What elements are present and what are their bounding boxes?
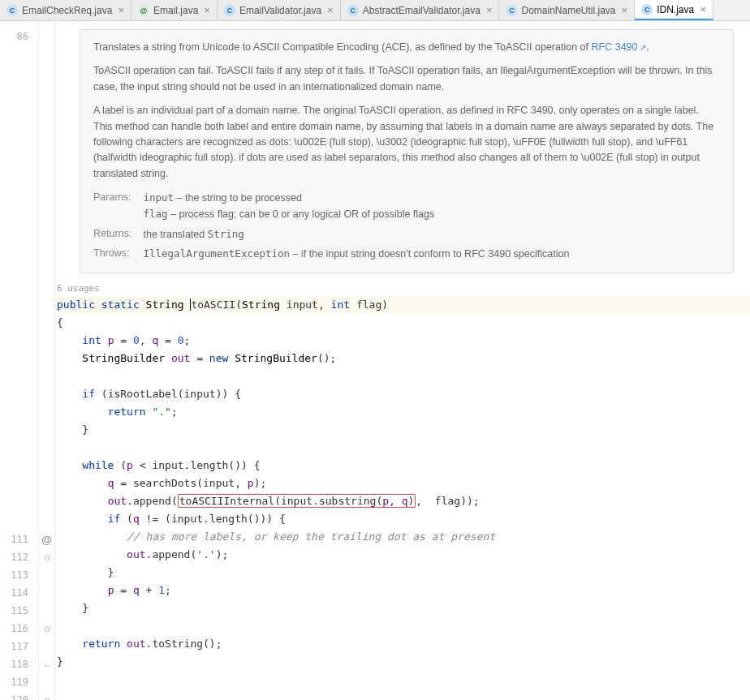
line-number (0, 391, 38, 409)
line-number (0, 409, 38, 427)
tab-label: IDN.java (657, 4, 694, 15)
tab-email[interactable]: @Email.java× (131, 0, 218, 20)
code-line-122[interactable]: out.append(toASCIIInternal(input.substri… (55, 492, 750, 510)
code-line-120[interactable]: while (p < input.length()) { (55, 457, 750, 475)
editor-area: 8611111211311411511611711811912012112212… (0, 21, 750, 700)
rfc-link[interactable]: RFC 3490 (592, 41, 647, 53)
close-icon[interactable]: × (486, 4, 493, 16)
params-label: Params: (93, 190, 140, 205)
code-line-119[interactable] (55, 439, 750, 457)
line-number (0, 462, 38, 480)
line-number: 112 (0, 548, 38, 566)
line-number: 111 (0, 530, 38, 548)
java-file-icon: C (641, 4, 653, 15)
close-icon[interactable]: × (327, 4, 334, 16)
line-number: 117 (0, 638, 38, 655)
line-number (0, 320, 38, 337)
code-line-112[interactable]: { (55, 314, 750, 332)
editor-tabs: CEmailCheckReq.java×@Email.java×CEmailVa… (0, 0, 750, 21)
javadoc-popup: Translates a string from Unicode to ASCI… (80, 29, 734, 273)
line-number (0, 427, 38, 444)
tab-label: AbstractEmailValidator.java (363, 5, 481, 16)
code-line-127[interactable]: p = q + 1; (55, 582, 750, 599)
line-number (0, 498, 38, 516)
highlighted-call: toASCIIInternal(input.substring(p, q) (178, 494, 416, 508)
gutter-markers: @⊖⊖⌙⊖⊖⌙⌙⌙ (39, 21, 55, 700)
line-number: 116 (0, 620, 38, 638)
code-line-129[interactable] (55, 617, 750, 635)
line-number: 113 (0, 566, 38, 584)
tab-abstractemailvalidator[interactable]: CAbstractEmailValidator.java× (341, 0, 500, 20)
fold-icon[interactable]: ⊖ (44, 696, 50, 701)
tab-label: DomainNameUtil.java (521, 5, 615, 16)
code-line-125[interactable]: out.append('.'); (55, 546, 750, 564)
code-line-116[interactable]: if (isRootLabel(input)) { (55, 385, 750, 403)
line-number: 115 (0, 602, 38, 620)
exception-link[interactable]: IllegalArgumentException (143, 247, 290, 260)
close-icon[interactable]: × (118, 4, 124, 16)
java-file-icon: C (506, 5, 517, 16)
java-file-icon: @ (138, 5, 149, 16)
line-number-gutter: 8611111211311411511611711811912012112212… (0, 21, 39, 700)
code-line-124[interactable]: // has more labels, or keep the trailing… (55, 528, 750, 546)
tab-label: EmailValidator.java (239, 5, 321, 16)
code-content[interactable]: Translates a string from Unicode to ASCI… (55, 21, 750, 700)
line-number: 119 (0, 673, 38, 691)
line-number (0, 516, 38, 530)
line-number: 118 (0, 655, 38, 673)
line-number: 86 (0, 28, 38, 284)
code-line-128[interactable]: } (55, 599, 750, 617)
line-number (0, 355, 38, 373)
returns-label: Returns: (93, 226, 140, 242)
line-number (0, 480, 38, 498)
java-file-icon: C (6, 5, 18, 16)
code-line-115[interactable] (55, 367, 750, 385)
code-line-113[interactable]: int p = 0, q = 0; (55, 332, 750, 350)
java-file-icon: C (224, 5, 235, 16)
line-number: 120 (0, 691, 38, 700)
throws-label: Throws: (93, 246, 140, 261)
line-number: 114 (0, 584, 38, 602)
code-line-118[interactable]: } (55, 421, 750, 439)
code-line-131[interactable]: } (55, 653, 750, 671)
code-line-126[interactable]: } (55, 564, 750, 582)
line-number (0, 444, 38, 462)
line-number (0, 284, 38, 302)
tab-emailcheckreq[interactable]: CEmailCheckReq.java× (0, 0, 131, 20)
line-number (0, 337, 38, 355)
fold-end-icon[interactable]: ⌙ (44, 660, 50, 669)
tab-domainnameutil[interactable]: CDomainNameUtil.java× (499, 0, 635, 20)
usages-hint[interactable]: 6 usages (55, 281, 750, 296)
tab-label: EmailCheckReq.java (22, 5, 112, 16)
override-marker[interactable]: @ (41, 534, 52, 546)
code-line-121[interactable]: q = searchDots(input, p); (55, 475, 750, 492)
code-line-114[interactable]: StringBuilder out = new StringBuilder(); (55, 350, 750, 367)
line-number (0, 302, 38, 320)
line-number (0, 373, 38, 391)
tab-label: Email.java (153, 5, 198, 16)
tab-emailvalidator[interactable]: CEmailValidator.java× (218, 0, 341, 20)
code-line-111[interactable]: public static String toASCII(String inpu… (55, 296, 750, 314)
java-file-icon: C (347, 5, 359, 16)
close-icon[interactable]: × (622, 4, 628, 16)
code-line-117[interactable]: return "."; (55, 403, 750, 421)
fold-icon[interactable]: ⊖ (44, 625, 50, 633)
tab-idn[interactable]: CIDN.java× (635, 0, 713, 20)
code-line-123[interactable]: if (q != (input.length())) { (55, 510, 750, 528)
fold-icon[interactable]: ⊖ (44, 553, 50, 562)
code-line-130[interactable]: return out.toString(); (55, 635, 750, 653)
close-icon[interactable]: × (204, 4, 210, 16)
close-icon[interactable]: × (700, 3, 706, 15)
